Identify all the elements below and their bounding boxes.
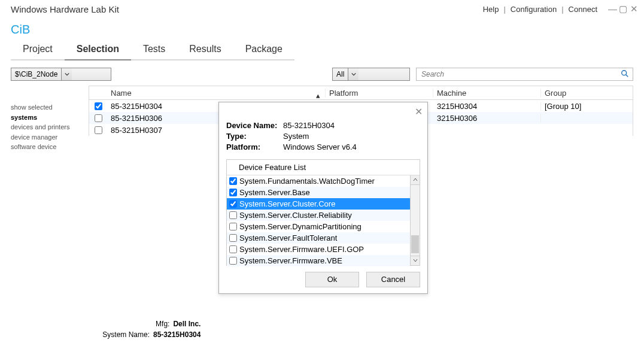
- minimize-icon[interactable]: —: [608, 4, 616, 14]
- connect-link[interactable]: Connect: [569, 5, 597, 14]
- device-name-label: Device Name:: [226, 120, 283, 131]
- row-machine: 3215H0306: [433, 114, 541, 123]
- tab-tests[interactable]: Tests: [131, 40, 177, 60]
- filter-device-manager[interactable]: device manager: [11, 132, 89, 142]
- feature-checkbox[interactable]: [229, 223, 237, 230]
- left-filter-panel: show selected systems devices and printe…: [11, 86, 89, 152]
- filter-systems[interactable]: systems: [11, 113, 89, 123]
- col-header-name[interactable]: Name ▴: [107, 89, 326, 98]
- feature-checkbox[interactable]: [229, 189, 237, 196]
- feature-label: System.Server.Base: [239, 188, 310, 197]
- type-value: System: [283, 131, 309, 142]
- header-links: Help | Configuration | Connect: [483, 5, 597, 14]
- col-header-name-label: Name: [111, 89, 132, 98]
- configuration-link[interactable]: Configuration: [511, 5, 557, 14]
- scroll-down-icon[interactable]: [411, 256, 420, 265]
- chevron-down-icon: [348, 68, 359, 80]
- feature-row[interactable]: System.Fundamentals.WatchDogTimer: [227, 175, 410, 187]
- system-name-label: System Name:: [102, 329, 150, 340]
- feature-row[interactable]: System.Server.FaultTolerant: [227, 232, 410, 244]
- filter-devices-printers[interactable]: devices and printers: [11, 122, 89, 132]
- filter-software-device[interactable]: software device: [11, 142, 89, 152]
- row-checkbox[interactable]: [95, 126, 102, 134]
- svg-point-0: [622, 70, 627, 75]
- scope-dropdown[interactable]: $\CiB_2Node: [11, 68, 111, 81]
- tab-package[interactable]: Package: [233, 40, 294, 60]
- feature-row[interactable]: System.Server.Base: [227, 187, 410, 198]
- feature-checkbox[interactable]: [229, 245, 237, 253]
- feature-checkbox[interactable]: [229, 200, 237, 208]
- sort-asc-icon: ▴: [316, 91, 320, 100]
- feature-row[interactable]: System.Server.Cluster.Core: [227, 198, 410, 210]
- type-label: Type:: [226, 131, 283, 142]
- main-tabs: Project Selection Tests Results Package: [0, 40, 644, 60]
- feature-list: System.Fundamentals.WatchDogTimerSystem.…: [227, 175, 410, 265]
- feature-label: System.Server.DynamicPartitioning: [239, 222, 362, 231]
- tab-selection[interactable]: Selection: [65, 40, 131, 60]
- window-controls: — ▢ ✕: [608, 4, 638, 14]
- feature-label: System.Server.Cluster.Reliability: [239, 211, 352, 220]
- row-checkbox[interactable]: [95, 114, 102, 122]
- mfg-value: Dell Inc.: [173, 320, 201, 328]
- svg-line-1: [626, 74, 628, 77]
- row-group: [Group 10]: [541, 102, 633, 111]
- feature-checkbox[interactable]: [229, 257, 237, 265]
- help-link[interactable]: Help: [483, 5, 499, 14]
- cancel-button[interactable]: Cancel: [366, 272, 420, 287]
- filter-dropdown-value: All: [333, 70, 348, 78]
- scroll-thumb[interactable]: [411, 235, 419, 253]
- close-icon[interactable]: ✕: [630, 4, 638, 14]
- project-name: CiB: [0, 22, 644, 40]
- feature-checkbox[interactable]: [229, 234, 237, 242]
- app-title: Windows Hardware Lab Kit: [11, 4, 483, 14]
- col-header-machine[interactable]: Machine: [433, 89, 541, 98]
- platform-value: Windows Server v6.4: [283, 142, 357, 153]
- device-details-dialog: ✕ Device Name:85-3215H0304 Type:System P…: [218, 102, 428, 294]
- filter-dropdown[interactable]: All: [332, 68, 410, 81]
- col-header-group[interactable]: Group: [541, 89, 633, 98]
- search-box[interactable]: [416, 68, 633, 81]
- separator: |: [561, 5, 563, 14]
- feature-label: System.Fundamentals.WatchDogTimer: [239, 177, 375, 186]
- search-icon[interactable]: [621, 69, 629, 80]
- mfg-label: Mfg:: [121, 318, 169, 329]
- feature-list-title: Device Feature List: [227, 160, 420, 175]
- tab-project[interactable]: Project: [11, 40, 65, 60]
- footer-info: Mfg:Dell Inc. System Name:85-3215H0304: [102, 318, 201, 340]
- feature-list-box: Device Feature List System.Fundamentals.…: [226, 159, 420, 266]
- scope-dropdown-value: $\CiB_2Node: [11, 70, 61, 78]
- feature-checkbox[interactable]: [229, 211, 237, 219]
- feature-row[interactable]: System.Server.DynamicPartitioning: [227, 221, 410, 232]
- toolbar: $\CiB_2Node All: [0, 60, 644, 86]
- tab-results[interactable]: Results: [177, 40, 233, 60]
- feature-row[interactable]: System.Server.Firmware.VBE: [227, 255, 410, 266]
- dialog-close-icon[interactable]: ✕: [415, 106, 423, 117]
- search-input[interactable]: [420, 69, 621, 79]
- row-machine: 3215H0304: [433, 102, 541, 111]
- col-header-platform[interactable]: Platform: [326, 89, 433, 98]
- filter-show-selected[interactable]: show selected: [11, 102, 89, 113]
- row-checkbox[interactable]: [95, 102, 102, 110]
- feature-row[interactable]: System.Server.Firmware.UEFI.GOP: [227, 244, 410, 255]
- feature-row[interactable]: System.Server.Cluster.Reliability: [227, 210, 410, 221]
- feature-label: System.Server.Cluster.Core: [239, 199, 335, 208]
- ok-button[interactable]: Ok: [305, 272, 359, 287]
- grid-header: Name ▴ Platform Machine Group: [89, 86, 633, 100]
- chevron-down-icon: [61, 68, 72, 80]
- maximize-icon[interactable]: ▢: [619, 4, 627, 14]
- scroll-up-icon[interactable]: [411, 175, 420, 185]
- feature-checkbox[interactable]: [229, 177, 237, 185]
- platform-label: Platform:: [226, 142, 283, 153]
- feature-label: System.Server.Firmware.UEFI.GOP: [239, 245, 364, 254]
- titlebar: Windows Hardware Lab Kit Help | Configur…: [0, 0, 644, 18]
- scrollbar[interactable]: [410, 175, 420, 265]
- system-name-value: 85-3215H0304: [153, 330, 201, 339]
- feature-label: System.Server.FaultTolerant: [239, 233, 337, 242]
- separator: |: [503, 5, 505, 14]
- device-name-value: 85-3215H0304: [283, 120, 335, 131]
- feature-label: System.Server.Firmware.VBE: [239, 256, 342, 265]
